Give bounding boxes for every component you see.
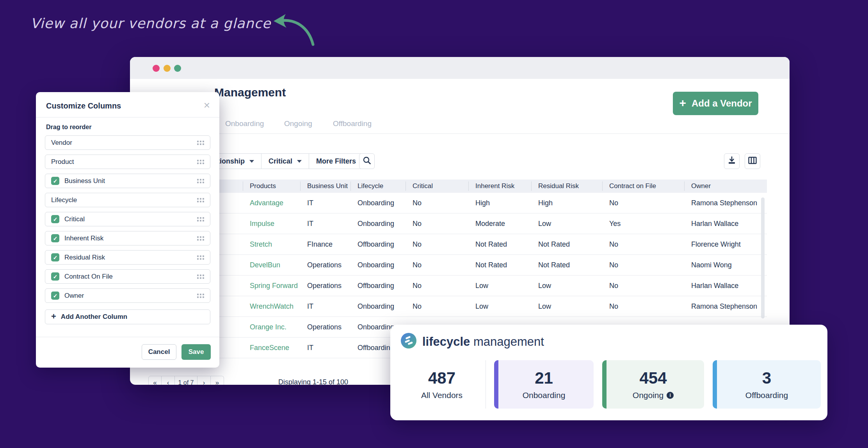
- table-row[interactable]: WrenchWatchITOnboardingNoLowLowNoRamona …: [148, 296, 767, 317]
- traffic-light-close-icon[interactable]: [153, 65, 160, 72]
- checkbox[interactable]: ✓: [51, 215, 59, 223]
- table-row[interactable]: Spring ForwardOperationsOffboardingNoLow…: [148, 276, 767, 296]
- columns-button[interactable]: [745, 153, 760, 169]
- download-button[interactable]: [724, 153, 740, 169]
- product-link[interactable]: Advantage: [250, 193, 283, 213]
- column-header-inherent_risk[interactable]: Inherent Risk: [475, 180, 514, 193]
- checkbox[interactable]: ✓: [51, 253, 59, 261]
- cell-lifecycle: Offboarding: [358, 276, 394, 296]
- cell-contract_on_file: Yes: [609, 213, 621, 234]
- close-icon[interactable]: ×: [201, 98, 212, 113]
- cell-inherent_risk: High: [475, 193, 490, 213]
- save-button[interactable]: Save: [181, 344, 211, 360]
- drag-handle-icon[interactable]: [197, 274, 204, 279]
- info-icon[interactable]: i: [667, 392, 674, 399]
- table-row[interactable]: DevelBunOperationsOnboardingNoNot RatedN…: [148, 255, 767, 276]
- traffic-light-zoom-icon[interactable]: [174, 65, 181, 72]
- drag-handle-icon[interactable]: [197, 160, 204, 164]
- cell-business_unit: Operations: [307, 255, 342, 276]
- table-row[interactable]: StretchFInanceOffboardingNoNot RatedNot …: [148, 234, 767, 255]
- tab-offboarding[interactable]: Offboarding: [333, 119, 372, 128]
- cell-critical: No: [413, 234, 422, 255]
- column-item[interactable]: ✓Residual Risk: [45, 250, 210, 265]
- product-link[interactable]: FanceScene: [250, 338, 289, 358]
- lifecycle-stats-card: lifecycle management 487All Vendors21Onb…: [390, 325, 827, 420]
- tab-onboarding[interactable]: Onboarding: [225, 119, 264, 128]
- checkbox[interactable]: ✓: [51, 272, 59, 281]
- cell-lifecycle: Offboarding: [358, 234, 394, 255]
- tile-accent-bar: [602, 360, 607, 409]
- checkbox[interactable]: ✓: [51, 292, 59, 300]
- next-page-button[interactable]: ›: [197, 376, 211, 385]
- drag-handle-icon[interactable]: [197, 236, 204, 240]
- cell-inherent_risk: Not Rated: [475, 234, 507, 255]
- drag-handle-icon[interactable]: [197, 217, 204, 221]
- column-separator: [243, 181, 243, 191]
- column-header-product[interactable]: Products: [250, 180, 276, 193]
- product-link[interactable]: Stretch: [250, 234, 272, 255]
- page-title: Management: [214, 86, 286, 99]
- column-separator: [602, 181, 603, 191]
- column-item[interactable]: ✓Business Unit: [45, 174, 210, 188]
- column-item[interactable]: ✓Contract On File: [45, 269, 210, 284]
- product-link[interactable]: Impulse: [250, 213, 274, 234]
- cancel-button[interactable]: Cancel: [142, 344, 176, 360]
- product-link[interactable]: Orange Inc.: [250, 317, 286, 338]
- lifecycle-logo-icon: [401, 333, 416, 350]
- checkbox[interactable]: ✓: [51, 234, 59, 242]
- search-icon: [363, 156, 371, 166]
- product-link[interactable]: Spring Forward: [250, 276, 298, 296]
- column-item[interactable]: Lifecycle: [45, 193, 210, 207]
- table-row[interactable]: ImpulseITOnboardingNoModerateLowYesHarla…: [148, 213, 767, 234]
- scrollbar[interactable]: [761, 197, 765, 318]
- cell-contract_on_file: No: [609, 255, 618, 276]
- tab-ongoing[interactable]: Ongoing: [284, 119, 312, 128]
- traffic-light-minimize-icon[interactable]: [164, 65, 171, 72]
- tile-accent-bar: [713, 360, 717, 409]
- cell-business_unit: FInance: [307, 234, 333, 255]
- cell-owner: Ramona Stephenson: [691, 296, 757, 317]
- first-page-button[interactable]: «: [148, 376, 162, 385]
- drag-handle-icon[interactable]: [197, 293, 204, 298]
- prev-page-button[interactable]: ‹: [162, 376, 175, 385]
- drag-handle-icon[interactable]: [197, 140, 204, 145]
- column-header-residual_risk[interactable]: Residual Risk: [538, 180, 579, 193]
- stat-value: 487: [428, 369, 455, 388]
- column-header-critical[interactable]: Critical: [413, 180, 433, 193]
- column-separator: [406, 181, 406, 191]
- product-link[interactable]: WrenchWatch: [250, 296, 293, 317]
- column-header-contract_on_file[interactable]: Contract on File: [609, 180, 656, 193]
- filter-critical-dropdown[interactable]: Critical: [261, 154, 309, 169]
- last-page-button[interactable]: »: [211, 376, 224, 385]
- search-button[interactable]: [359, 153, 375, 169]
- product-link[interactable]: DevelBun: [250, 255, 280, 276]
- cell-inherent_risk: Not Rated: [475, 255, 507, 276]
- window-titlebar: [130, 57, 790, 79]
- drag-to-reorder-label: Drag to reorder: [46, 124, 91, 131]
- drag-handle-icon[interactable]: [197, 255, 204, 260]
- cell-residual_risk: Low: [538, 296, 551, 317]
- checkbox[interactable]: ✓: [51, 177, 59, 185]
- cell-lifecycle: Offboarding: [358, 338, 394, 358]
- drag-handle-icon[interactable]: [197, 179, 204, 183]
- filter-more-label: More Filters: [316, 157, 356, 165]
- drag-handle-icon[interactable]: [197, 198, 204, 202]
- column-header-lifecycle[interactable]: Lifecycle: [358, 180, 383, 193]
- brand-bold: lifecycle: [422, 335, 470, 348]
- plus-icon: +: [51, 312, 56, 321]
- add-vendor-label: Add a Vendor: [692, 98, 752, 109]
- table-row[interactable]: AdvantageITOnboardingNoHighHighNoRamona …: [148, 193, 767, 213]
- add-another-column-button[interactable]: + Add Another Column: [45, 309, 210, 324]
- column-header-business_unit[interactable]: Business Unit: [307, 180, 348, 193]
- column-item[interactable]: ✓Critical: [45, 212, 210, 226]
- column-item[interactable]: ✓Inherent Risk: [45, 231, 210, 245]
- cell-residual_risk: High: [538, 193, 553, 213]
- page-indicator[interactable]: 1 of 7: [175, 376, 197, 385]
- column-header-owner[interactable]: Owner: [691, 180, 711, 193]
- add-vendor-button[interactable]: + Add a Vendor: [673, 92, 758, 115]
- column-separator: [350, 181, 351, 191]
- cell-lifecycle: Onboarding: [358, 213, 394, 234]
- column-item[interactable]: ✓Owner: [45, 288, 210, 303]
- column-item[interactable]: Product: [45, 155, 210, 169]
- column-item[interactable]: Vendor: [45, 135, 210, 150]
